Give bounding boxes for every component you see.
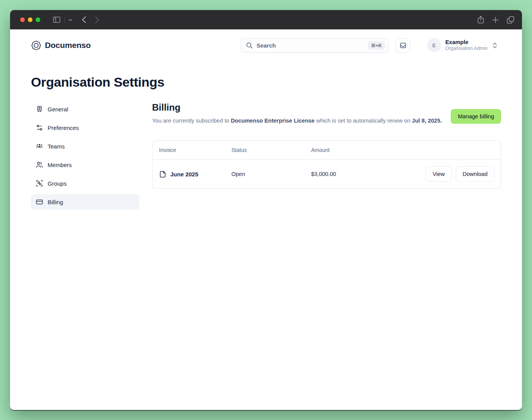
sidebar-item-label: Billing <box>48 199 63 205</box>
column-header-status: Status <box>231 147 311 153</box>
row-actions: View Download <box>426 166 501 182</box>
tab-overview-icon[interactable] <box>507 16 514 24</box>
browser-titlebar <box>10 10 522 29</box>
subscription-middle: which is set to automatically renew on <box>315 118 412 124</box>
invoice-table: Invoice Status Amount Jun <box>152 140 501 189</box>
chevrons-up-down-icon <box>493 43 497 48</box>
brand[interactable]: Documenso <box>31 40 91 51</box>
sidebar-item-general[interactable]: General <box>31 101 139 117</box>
column-header-amount: Amount <box>311 147 501 153</box>
search-shortcut-badge: ⌘+K <box>368 41 385 50</box>
forward-button-icon[interactable] <box>95 16 99 23</box>
renewal-date: Jul 8, 2025 <box>412 118 440 124</box>
settings-layout: General Preferences <box>31 101 501 213</box>
minimize-window-button[interactable] <box>28 17 33 22</box>
search-bar[interactable]: ⌘+K <box>241 38 389 53</box>
subscription-prefix: You are currently subscribed to <box>152 118 231 124</box>
building-icon <box>36 105 43 113</box>
user-role: Organisation Admin <box>445 46 488 52</box>
column-header-invoice: Invoice <box>152 147 231 153</box>
inbox-button[interactable] <box>396 38 410 53</box>
sliders-icon <box>36 124 43 131</box>
documenso-logo-icon <box>31 40 41 51</box>
settings-nav: General Preferences <box>31 101 139 213</box>
billing-panel: Billing You are currently subscribed to … <box>152 101 501 213</box>
window-controls <box>20 17 40 22</box>
search-icon <box>246 42 253 49</box>
file-icon <box>159 171 166 178</box>
search-input[interactable] <box>257 42 368 49</box>
zoom-window-button[interactable] <box>36 17 40 22</box>
invoice-cell: June 2025 <box>152 171 231 178</box>
inbox-icon <box>399 42 407 49</box>
sidebar-item-groups[interactable]: Groups <box>31 176 139 191</box>
sidebar-item-members[interactable]: Members <box>31 157 139 172</box>
avatar: E <box>427 38 441 52</box>
sidebar-item-label: General <box>48 106 68 113</box>
titlebar-right-actions <box>477 16 514 24</box>
subscription-plan: Documenso Enterprise License <box>231 118 315 124</box>
page-title: Organisation Settings <box>31 74 522 90</box>
app-header: Documenso ⌘+K <box>10 29 522 56</box>
users-icon <box>36 161 43 169</box>
sidebar-item-label: Preferences <box>48 125 79 131</box>
invoice-table-header: Invoice Status Amount <box>152 141 501 160</box>
users-group-icon <box>36 142 43 150</box>
close-window-button[interactable] <box>20 17 25 22</box>
brand-name: Documenso <box>45 41 91 50</box>
sidebar-item-preferences[interactable]: Preferences <box>31 120 139 135</box>
subscription-suffix: . <box>440 118 442 124</box>
table-row: June 2025 Open $3,000.00 View Download <box>152 160 501 188</box>
user-name: Example <box>445 39 488 46</box>
credit-card-icon <box>36 198 43 206</box>
sidebar-item-label: Teams <box>48 143 65 150</box>
sidebar-item-label: Members <box>48 162 72 168</box>
invoice-amount: $3,000.00 <box>311 171 426 177</box>
share-icon[interactable] <box>477 16 484 24</box>
group-frame-icon <box>36 179 43 187</box>
billing-header: Billing You are currently subscribed to … <box>152 101 501 125</box>
sidebar-toggle-icon[interactable] <box>53 17 60 23</box>
invoice-status: Open <box>231 171 311 177</box>
new-tab-icon[interactable] <box>492 17 499 23</box>
manage-billing-button[interactable]: Manage billing <box>451 109 501 124</box>
sidebar-item-billing[interactable]: Billing <box>31 194 139 210</box>
section-heading: Billing <box>152 101 443 114</box>
subscription-date: Jul 8, 2025. <box>412 118 442 124</box>
sidebar-item-teams[interactable]: Teams <box>31 138 139 154</box>
sidebar-item-label: Groups <box>48 180 67 187</box>
user-menu[interactable]: E Example Organisation Admin <box>427 38 497 52</box>
app-content: Documenso ⌘+K <box>10 29 522 410</box>
subscription-text: You are currently subscribed to Documens… <box>152 117 443 125</box>
browser-window: Documenso ⌘+K <box>10 10 522 410</box>
user-text: Example Organisation Admin <box>445 39 488 52</box>
chevron-down-icon[interactable] <box>68 19 72 21</box>
invoice-name: June 2025 <box>170 171 198 178</box>
view-button[interactable]: View <box>426 166 452 182</box>
back-button-icon[interactable] <box>82 16 86 23</box>
titlebar-divider <box>64 17 65 23</box>
download-button[interactable]: Download <box>456 166 495 182</box>
